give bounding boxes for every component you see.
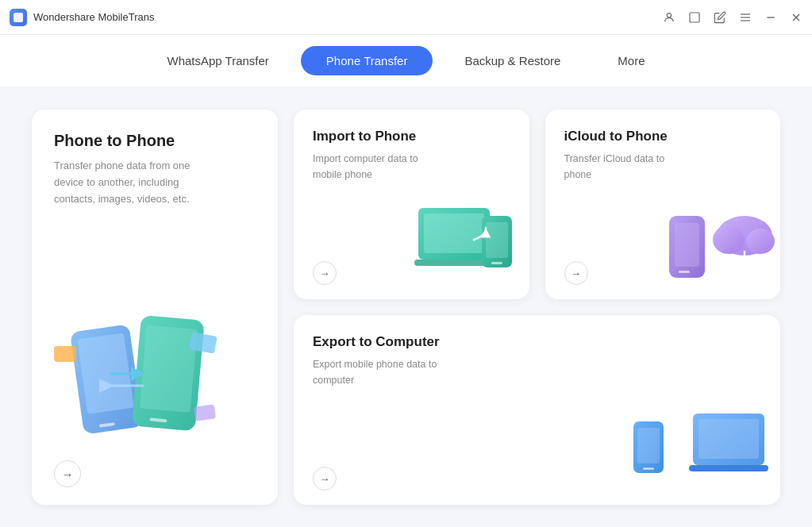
svg-rect-21: [486, 222, 508, 258]
svg-point-27: [713, 225, 745, 254]
svg-rect-22: [491, 262, 502, 264]
nav-whatsapp-transfer[interactable]: WhatsApp Transfer: [141, 46, 294, 75]
minimize-icon[interactable]: [764, 11, 777, 24]
card-phone-to-phone: Phone to Phone Transfer phone data from …: [32, 110, 278, 505]
app-logo: [10, 9, 27, 26]
export-arrow[interactable]: →: [313, 467, 337, 490]
square-icon[interactable]: [688, 11, 701, 24]
import-arrow[interactable]: →: [313, 261, 337, 285]
svg-rect-14: [54, 346, 76, 362]
import-desc: Import computer data to mobile phone: [313, 151, 440, 183]
nav-more[interactable]: More: [592, 46, 670, 75]
right-column: Import to Phone Import computer data to …: [294, 110, 780, 505]
icloud-arrow[interactable]: →: [564, 261, 588, 285]
svg-rect-34: [698, 419, 759, 459]
edit-icon[interactable]: [714, 11, 726, 24]
card-icloud-to-phone: iCloud to Phone Transfer iCloud data to …: [545, 110, 781, 299]
menu-icon[interactable]: [739, 11, 752, 24]
app-title: Wondershare MobileTrans: [33, 11, 663, 23]
svg-rect-1: [690, 13, 699, 22]
svg-rect-32: [643, 467, 654, 470]
card-import-to-phone: Import to Phone Import computer data to …: [294, 110, 529, 299]
icloud-title: iCloud to Phone: [564, 129, 762, 144]
nav-phone-transfer[interactable]: Phone Transfer: [301, 46, 433, 75]
person-icon[interactable]: [663, 11, 675, 24]
main-content: Phone to Phone Transfer phone data from …: [0, 87, 812, 527]
svg-rect-16: [194, 404, 216, 421]
top-row: Import to Phone Import computer data to …: [294, 110, 780, 299]
navbar: WhatsApp Transfer Phone Transfer Backup …: [0, 35, 812, 87]
phone-to-phone-arrow[interactable]: →: [54, 460, 81, 487]
svg-rect-25: [679, 271, 690, 273]
svg-rect-24: [675, 223, 699, 267]
svg-rect-12: [140, 325, 198, 413]
bottom-row: Export to Computer Export mobile phone d…: [294, 315, 780, 505]
export-desc: Export mobile phone data to computer: [313, 356, 440, 388]
nav-backup-restore[interactable]: Backup & Restore: [439, 46, 586, 75]
icloud-desc: Transfer iCloud data to phone: [564, 151, 691, 183]
svg-point-28: [746, 229, 775, 254]
svg-rect-35: [689, 465, 768, 471]
window-controls: [663, 11, 802, 24]
export-title: Export to Computer: [313, 334, 761, 350]
import-title: Import to Phone: [313, 129, 510, 144]
phone-to-phone-title: Phone to Phone: [54, 132, 256, 150]
card-export-to-computer: Export to Computer Export mobile phone d…: [294, 315, 780, 505]
titlebar: Wondershare MobileTrans: [0, 0, 812, 35]
svg-point-0: [667, 13, 671, 17]
close-icon[interactable]: [790, 11, 802, 24]
svg-rect-31: [637, 428, 660, 464]
phone-to-phone-desc: Transfer phone data from one device to a…: [54, 158, 213, 207]
svg-rect-18: [424, 213, 484, 253]
